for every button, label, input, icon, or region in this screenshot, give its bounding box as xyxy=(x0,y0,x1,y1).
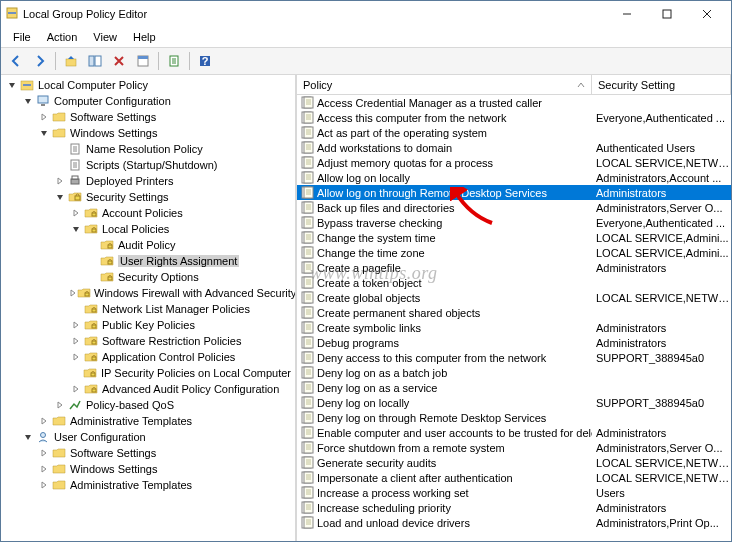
policy-row[interactable]: Create a pagefileAdministrators xyxy=(297,260,731,275)
forward-button[interactable] xyxy=(29,50,51,72)
expand-icon[interactable] xyxy=(69,289,77,297)
policy-row[interactable]: Create permanent shared objects xyxy=(297,305,731,320)
expand-icon[interactable] xyxy=(37,465,51,473)
policy-row[interactable]: Debug programsAdministrators xyxy=(297,335,731,350)
tree-item[interactable]: Security Settings xyxy=(1,189,295,205)
policy-row[interactable]: Load and unload device driversAdministra… xyxy=(297,515,731,530)
delete-button[interactable] xyxy=(108,50,130,72)
policy-list[interactable]: Access Credential Manager as a trusted c… xyxy=(297,95,731,541)
tree-item[interactable]: Computer Configuration xyxy=(1,93,295,109)
policy-row[interactable]: Deny log on through Remote Desktop Servi… xyxy=(297,410,731,425)
collapse-icon[interactable] xyxy=(21,97,35,105)
policy-row[interactable]: Access Credential Manager as a trusted c… xyxy=(297,95,731,110)
tree-item[interactable]: Local Computer Policy xyxy=(1,77,295,93)
tree-item[interactable]: User Rights Assignment xyxy=(1,253,295,269)
collapse-icon[interactable] xyxy=(5,81,19,89)
tree-item[interactable]: User Configuration xyxy=(1,429,295,445)
up-button[interactable] xyxy=(60,50,82,72)
tree-item[interactable]: Name Resolution Policy xyxy=(1,141,295,157)
policy-row[interactable]: Bypass traverse checkingEveryone,Authent… xyxy=(297,215,731,230)
policy-row[interactable]: Back up files and directoriesAdministrat… xyxy=(297,200,731,215)
policy-row[interactable]: Create symbolic linksAdministrators xyxy=(297,320,731,335)
maximize-button[interactable] xyxy=(647,3,687,25)
policy-row[interactable]: Increase scheduling priorityAdministrato… xyxy=(297,500,731,515)
collapse-icon[interactable] xyxy=(53,193,67,201)
tree-item[interactable]: Software Restriction Policies xyxy=(1,333,295,349)
policy-row[interactable]: Create global objectsLOCAL SERVICE,NETWO… xyxy=(297,290,731,305)
tree-item[interactable]: Advanced Audit Policy Configuration xyxy=(1,381,295,397)
tree-item-label: Application Control Policies xyxy=(102,351,235,363)
tree-item[interactable]: Windows Settings xyxy=(1,125,295,141)
policy-row[interactable]: Generate security auditsLOCAL SERVICE,NE… xyxy=(297,455,731,470)
policy-row[interactable]: Add workstations to domainAuthenticated … xyxy=(297,140,731,155)
policy-row[interactable]: Allow log on locallyAdministrators,Accou… xyxy=(297,170,731,185)
security-setting: Administrators,Account ... xyxy=(592,172,731,184)
expand-icon[interactable] xyxy=(69,337,83,345)
collapse-icon[interactable] xyxy=(37,129,51,137)
column-security-setting[interactable]: Security Setting xyxy=(592,75,731,94)
policy-row[interactable]: Force shutdown from a remote systemAdmin… xyxy=(297,440,731,455)
policy-row[interactable]: Deny log on as a service xyxy=(297,380,731,395)
policy-row[interactable]: Deny access to this computer from the ne… xyxy=(297,350,731,365)
tree-item[interactable]: Network List Manager Policies xyxy=(1,301,295,317)
tree-item[interactable]: Local Policies xyxy=(1,221,295,237)
expand-icon[interactable] xyxy=(37,417,51,425)
policy-row[interactable]: Change the time zoneLOCAL SERVICE,Admini… xyxy=(297,245,731,260)
policy-row[interactable]: Deny log on locallySUPPORT_388945a0 xyxy=(297,395,731,410)
tree-item[interactable]: Account Policies xyxy=(1,205,295,221)
tree-item[interactable]: Policy-based QoS xyxy=(1,397,295,413)
tree-item[interactable]: Administrative Templates xyxy=(1,413,295,429)
policy-row[interactable]: Enable computer and user accounts to be … xyxy=(297,425,731,440)
export-button[interactable] xyxy=(163,50,185,72)
properties-button[interactable] xyxy=(132,50,154,72)
expand-icon[interactable] xyxy=(69,321,83,329)
tree-item[interactable]: Software Settings xyxy=(1,109,295,125)
menu-help[interactable]: Help xyxy=(125,29,164,45)
tree-item[interactable]: IP Security Policies on Local Computer xyxy=(1,365,295,381)
security-setting: SUPPORT_388945a0 xyxy=(592,352,731,364)
expand-icon[interactable] xyxy=(37,113,51,121)
help-button[interactable]: ? xyxy=(194,50,216,72)
tree-item[interactable]: Audit Policy xyxy=(1,237,295,253)
policy-row[interactable]: Create a token object xyxy=(297,275,731,290)
expand-icon[interactable] xyxy=(37,481,51,489)
tree-item[interactable]: Windows Settings xyxy=(1,461,295,477)
policy-row[interactable]: Increase a process working setUsers xyxy=(297,485,731,500)
show-hide-tree-button[interactable] xyxy=(84,50,106,72)
collapse-icon[interactable] xyxy=(21,433,35,441)
tree-item[interactable]: Software Settings xyxy=(1,445,295,461)
expand-icon[interactable] xyxy=(69,209,83,217)
tree-item[interactable]: Deployed Printers xyxy=(1,173,295,189)
policy-row[interactable]: Allow log on through Remote Desktop Serv… xyxy=(297,185,731,200)
tree-item[interactable]: Security Options xyxy=(1,269,295,285)
policy-name: Create permanent shared objects xyxy=(317,307,480,319)
policy-row[interactable]: Act as part of the operating system xyxy=(297,125,731,140)
policy-row[interactable]: Change the system timeLOCAL SERVICE,Admi… xyxy=(297,230,731,245)
tree-item[interactable]: Administrative Templates xyxy=(1,477,295,493)
column-policy[interactable]: Policy xyxy=(297,75,592,94)
minimize-button[interactable] xyxy=(607,3,647,25)
menu-action[interactable]: Action xyxy=(39,29,86,45)
policy-row[interactable]: Deny log on as a batch job xyxy=(297,365,731,380)
back-button[interactable] xyxy=(5,50,27,72)
svg-rect-38 xyxy=(304,127,313,138)
collapse-icon[interactable] xyxy=(69,225,83,233)
tree-item[interactable]: Windows Firewall with Advanced Security xyxy=(1,285,295,301)
policy-row[interactable]: Impersonate a client after authenticatio… xyxy=(297,470,731,485)
expand-icon[interactable] xyxy=(53,401,67,409)
tree-panel[interactable]: Local Computer PolicyComputer Configurat… xyxy=(1,75,296,541)
tree-item[interactable]: Public Key Policies xyxy=(1,317,295,333)
policy-row[interactable]: Access this computer from the networkEve… xyxy=(297,110,731,125)
expand-icon[interactable] xyxy=(37,449,51,457)
expand-icon[interactable] xyxy=(69,353,83,361)
close-button[interactable] xyxy=(687,3,727,25)
security-setting: Users xyxy=(592,487,731,499)
tree-item[interactable]: Scripts (Startup/Shutdown) xyxy=(1,157,295,173)
expand-icon[interactable] xyxy=(53,177,67,185)
menu-file[interactable]: File xyxy=(5,29,39,45)
svg-rect-25 xyxy=(85,293,89,296)
policy-row[interactable]: Adjust memory quotas for a processLOCAL … xyxy=(297,155,731,170)
expand-icon[interactable] xyxy=(69,385,83,393)
menu-view[interactable]: View xyxy=(85,29,125,45)
tree-item[interactable]: Application Control Policies xyxy=(1,349,295,365)
